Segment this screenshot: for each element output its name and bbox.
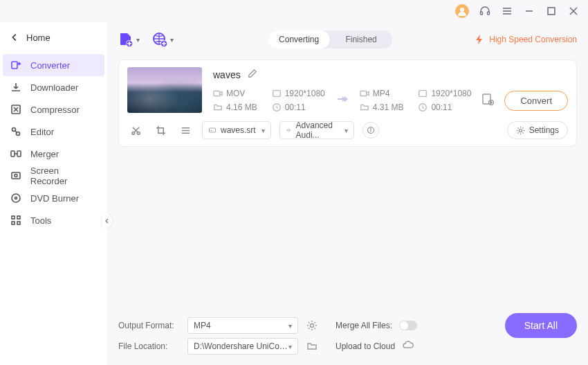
dst-duration: 00:11 [418, 100, 471, 114]
svg-rect-32 [273, 91, 280, 97]
output-preset-icon[interactable] [305, 320, 319, 331]
sidebar-item-compressor[interactable]: Compressor [0, 98, 107, 121]
open-folder-icon[interactable] [305, 341, 319, 352]
file-location-value: D:\Wondershare UniConverter 1 [194, 341, 288, 351]
convert-button[interactable]: Convert [504, 91, 568, 111]
lightning-icon [474, 34, 485, 45]
main-area: ▾ ▾ Converting Finished High Speed Conve… [107, 22, 588, 365]
folder-icon [360, 103, 369, 112]
headset-icon[interactable] [479, 5, 491, 17]
dst-resolution: 1920*1080 [418, 87, 471, 100]
hamburger-icon[interactable] [501, 5, 513, 17]
settings-button[interactable]: Settings [507, 121, 568, 139]
svg-rect-44 [210, 128, 216, 132]
svg-rect-22 [12, 216, 15, 219]
svg-rect-23 [17, 216, 20, 219]
sidebar-item-label: Downloader [30, 82, 78, 93]
chevron-down-icon: ▾ [344, 127, 348, 134]
effects-icon[interactable] [177, 122, 194, 139]
add-file-icon [118, 32, 134, 47]
merge-toggle[interactable] [399, 321, 417, 330]
dvd-burner-icon [10, 192, 22, 204]
add-url-button[interactable]: ▾ [152, 32, 174, 47]
chevron-down-icon: ▾ [288, 343, 292, 350]
maximize-icon[interactable] [545, 5, 558, 17]
editor-icon [10, 125, 22, 138]
sidebar-item-converter[interactable]: Converter [3, 54, 104, 76]
sidebar-item-label: DVD Burner [30, 193, 79, 204]
high-speed-conversion-button[interactable]: High Speed Conversion [474, 34, 577, 45]
svg-rect-34 [419, 91, 427, 97]
sidebar-item-tools[interactable]: Tools [0, 209, 107, 231]
sidebar-item-dvd-burner[interactable]: DVD Burner [0, 187, 107, 209]
output-format-select[interactable]: MP4 ▾ [187, 317, 298, 334]
file-location-label: File Location: [118, 341, 181, 351]
subtitle-dropdown[interactable]: waves.srt ▾ [202, 121, 271, 139]
sidebar-item-label: Screen Recorder [30, 166, 98, 186]
cloud-icon[interactable] [402, 339, 414, 354]
minimize-icon[interactable] [523, 5, 535, 17]
video-icon [213, 89, 223, 98]
sidebar-item-editor[interactable]: Editor [0, 121, 107, 143]
svg-point-19 [15, 175, 17, 177]
video-icon [360, 89, 369, 98]
sidebar-item-merger[interactable]: Merger [0, 143, 107, 165]
svg-rect-18 [12, 172, 20, 179]
sidebar: Home Converter Downloader Compressor Edi… [0, 22, 107, 365]
file-location-select[interactable]: D:\Wondershare UniConverter 1 ▾ [187, 338, 298, 355]
src-size: 4.16 MB [213, 100, 262, 114]
svg-rect-33 [360, 91, 367, 96]
preset-icon[interactable] [481, 92, 495, 109]
merger-icon [10, 148, 22, 160]
titlebar [0, 0, 588, 22]
file-card: waves MOV 1920*1080 MP4 [118, 60, 577, 147]
subtitle-icon [208, 126, 217, 134]
dst-format: MP4 [360, 87, 409, 100]
svg-rect-7 [548, 8, 555, 15]
clock-icon [418, 103, 428, 112]
edit-name-icon[interactable] [248, 69, 257, 81]
svg-line-14 [15, 131, 17, 132]
info-icon[interactable] [362, 122, 379, 139]
sidebar-item-label: Compressor [30, 105, 80, 115]
svg-point-21 [15, 197, 17, 199]
bottom-bar: Output Format: MP4 ▾ Merge All Files: St… [118, 308, 577, 357]
close-icon[interactable] [567, 5, 580, 17]
sidebar-home[interactable]: Home [0, 25, 107, 50]
sidebar-item-label: Tools [30, 215, 51, 226]
chevron-down-icon: ▾ [136, 36, 140, 44]
start-all-button[interactable]: Start All [505, 313, 577, 338]
sidebar-item-screen-recorder[interactable]: Screen Recorder [0, 165, 107, 187]
trim-icon[interactable] [127, 122, 144, 139]
sidebar-item-downloader[interactable]: Downloader [0, 76, 107, 98]
tab-converting[interactable]: Converting [268, 30, 330, 48]
svg-point-0 [460, 8, 464, 12]
resolution-icon [418, 89, 428, 98]
gear-icon [516, 126, 525, 135]
svg-rect-16 [17, 151, 21, 157]
svg-point-12 [12, 128, 16, 132]
sidebar-item-label: Converter [30, 60, 70, 71]
clock-icon [272, 103, 282, 112]
svg-rect-10 [12, 62, 17, 69]
add-file-button[interactable]: ▾ [118, 32, 140, 47]
sidebar-item-label: Editor [30, 127, 54, 137]
tab-switch: Converting Finished [268, 30, 392, 48]
avatar-icon[interactable] [455, 4, 469, 18]
merge-label: Merge All Files: [336, 321, 392, 330]
converter-icon [10, 59, 22, 71]
chevron-down-icon: ▾ [170, 36, 174, 44]
svg-rect-15 [11, 151, 15, 157]
sidebar-home-label: Home [26, 33, 50, 43]
file-name: waves [213, 69, 241, 80]
thumbnail[interactable] [127, 67, 202, 113]
crop-icon[interactable] [152, 122, 169, 139]
audio-dropdown[interactable]: Advanced Audi... ▾ [279, 121, 354, 139]
svg-rect-31 [214, 91, 220, 96]
output-format-value: MP4 [194, 321, 211, 330]
tab-finished[interactable]: Finished [330, 30, 392, 48]
compressor-icon [10, 103, 22, 116]
src-resolution: 1920*1080 [272, 87, 325, 100]
svg-rect-1 [481, 12, 483, 15]
toolbar: ▾ ▾ Converting Finished High Speed Conve… [118, 22, 577, 57]
